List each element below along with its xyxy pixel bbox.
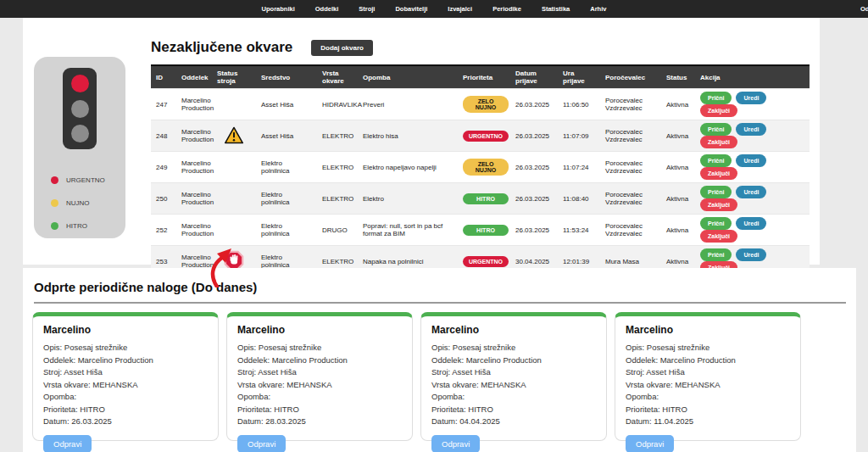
nav-item-izvajalci[interactable]: Izvajalci bbox=[448, 5, 472, 13]
priority-badge: URGENTNO bbox=[463, 131, 509, 142]
periodic-tasks-section: Odprte periodične naloge (Do danes) Marc… bbox=[23, 268, 856, 452]
edit-button[interactable]: Uredi bbox=[736, 123, 766, 136]
card-line-opis: Opis: Posesaj strežnike bbox=[626, 342, 790, 354]
section-title: Odprte periodične naloge (Do danes) bbox=[34, 280, 856, 294]
fault-sredstvo: Elektro polnilnica bbox=[256, 183, 317, 215]
edit-button[interactable]: Uredi bbox=[736, 154, 766, 167]
fault-actions: PričniUrediZaključi bbox=[695, 215, 810, 246]
nav-item-stroji[interactable]: Stroji bbox=[359, 5, 375, 13]
nav-item-odjava[interactable]: Odjava bbox=[860, 5, 868, 13]
col-status: Status bbox=[661, 65, 695, 89]
card-line-opomba: Opomba: bbox=[626, 391, 790, 404]
red-lamp-icon bbox=[71, 75, 89, 92]
card-line-opomba: Opomba: bbox=[43, 391, 208, 404]
priority-badge: URGENTNO bbox=[463, 256, 509, 267]
priority-legend-panel: URGENTNO NUJNO HITRO bbox=[34, 57, 125, 238]
fault-opomba: Elektro bbox=[358, 183, 458, 215]
card-line-stroj: Stroj: Asset Hiša bbox=[237, 366, 402, 379]
warning-icon bbox=[224, 126, 244, 144]
resolve-button[interactable]: Odpravi bbox=[626, 435, 674, 452]
nav-item-oddelki[interactable]: Oddelki bbox=[315, 5, 339, 13]
table-row: 247 Marcelino Production Asset Hiša HIDR… bbox=[151, 89, 810, 120]
priority-badge: ZELO NUJNO bbox=[463, 96, 509, 113]
card-line-datum: Datum: 11.04.2025 bbox=[626, 416, 790, 428]
periodic-cards-row: Marcelino Opis: Posesaj strežnike Oddele… bbox=[32, 312, 856, 441]
close-button[interactable]: Zaključi bbox=[700, 136, 737, 148]
card-line-vrsta: Vrsta okvare: MEHANSKA bbox=[237, 379, 402, 392]
section-divider bbox=[34, 302, 846, 304]
fault-status-icon-cell bbox=[212, 152, 256, 183]
fault-sredstvo: Asset Hiša bbox=[256, 120, 317, 152]
col-id: ID bbox=[151, 65, 176, 89]
priority-legend: URGENTNO NUJNO HITRO bbox=[51, 176, 125, 230]
card-line-prioriteta: Prioriteta: HITRO bbox=[431, 404, 596, 416]
resolve-button[interactable]: Odpravi bbox=[237, 435, 286, 452]
col-sredstvo: Sredstvo bbox=[256, 65, 317, 89]
nav-item-arhiv[interactable]: Arhiv bbox=[590, 5, 606, 13]
top-navbar: Uporabniki Oddelki Stroji Dobavitelji Iz… bbox=[0, 0, 868, 18]
resolve-button[interactable]: Odpravi bbox=[431, 435, 480, 452]
edit-button[interactable]: Uredi bbox=[736, 92, 766, 104]
fault-actions: PričniUrediZaključi bbox=[695, 89, 810, 120]
start-button[interactable]: Prični bbox=[700, 217, 732, 230]
fault-status-icon-cell bbox=[212, 120, 256, 152]
fault-vrsta: DRUGO bbox=[317, 215, 358, 246]
card-title: Marcelino bbox=[237, 324, 402, 336]
card-line-opomba: Opomba: bbox=[431, 391, 596, 404]
fault-status-icon-cell bbox=[212, 183, 256, 215]
card-line-prioriteta: Prioriteta: HITRO bbox=[237, 404, 402, 416]
fault-datum: 26.03.2025 bbox=[510, 152, 558, 183]
card-title: Marcelino bbox=[43, 324, 208, 336]
fault-porocevalec: Porocevalec Vzdrzevalec bbox=[600, 183, 661, 215]
edit-button[interactable]: Uredi bbox=[736, 248, 766, 261]
yellow-dot-icon bbox=[51, 199, 58, 207]
start-button[interactable]: Prični bbox=[700, 154, 732, 167]
close-button[interactable]: Zaključi bbox=[700, 167, 737, 180]
legend-label: URGENTNO bbox=[66, 176, 105, 184]
nav-menu: Uporabniki Oddelki Stroji Dobavitelji Iz… bbox=[262, 5, 607, 13]
table-row: 250 Marcelino Production Elektro polniln… bbox=[151, 183, 810, 215]
card-line-prioriteta: Prioriteta: HITRO bbox=[43, 404, 208, 416]
card-line-oddelek: Oddelek: Marcelino Production bbox=[626, 354, 790, 367]
periodic-task-card: Marcelino Opis: Posesaj strežnike Oddele… bbox=[32, 312, 219, 441]
legend-label: NUJNO bbox=[66, 199, 90, 207]
legend-item-urgentno: URGENTNO bbox=[51, 176, 125, 184]
page-title: Nezaključene okvare bbox=[151, 39, 292, 56]
table-row: 252 Marcelino Production Elektro polniln… bbox=[151, 215, 810, 246]
add-fault-button[interactable]: Dodaj okvaro bbox=[311, 40, 373, 56]
nav-item-statistika[interactable]: Statistika bbox=[542, 5, 570, 13]
fault-status-icon-cell bbox=[212, 215, 256, 246]
gray-lamp-icon bbox=[71, 125, 89, 142]
card-line-vrsta: Vrsta okvare: MEHANSKA bbox=[626, 379, 790, 392]
green-dot-icon bbox=[51, 222, 58, 230]
legend-label: HITRO bbox=[66, 222, 87, 230]
close-button[interactable]: Zaključi bbox=[700, 198, 737, 211]
edit-button[interactable]: Uredi bbox=[736, 186, 766, 198]
close-button[interactable]: Zaključi bbox=[700, 104, 737, 117]
card-line-stroj: Stroj: Asset Hiša bbox=[626, 366, 790, 379]
card-line-vrsta: Vrsta okvare: MEHANSKA bbox=[43, 379, 208, 392]
start-button[interactable]: Prični bbox=[700, 92, 732, 104]
start-button[interactable]: Prični bbox=[700, 186, 732, 198]
resolve-button[interactable]: Odpravi bbox=[43, 435, 92, 452]
col-status-stroja: Status stroja bbox=[212, 65, 256, 89]
fault-opomba: Popravi: null, sort in pa bcf format za … bbox=[358, 215, 458, 246]
start-button[interactable]: Prični bbox=[700, 123, 732, 136]
fault-actions: PričniUrediZaključi bbox=[695, 183, 810, 215]
edit-button[interactable]: Uredi bbox=[736, 217, 766, 230]
nav-item-periodike[interactable]: Periodike bbox=[492, 5, 521, 13]
card-line-prioriteta: Prioriteta: HITRO bbox=[626, 404, 790, 416]
faults-table: ID Oddelek Status stroja Sredstvo Vrsta … bbox=[151, 64, 810, 278]
close-button[interactable]: Zaključi bbox=[700, 230, 737, 243]
col-akcija: Akcija bbox=[695, 65, 810, 89]
fault-vrsta: HIDRAVLIKA bbox=[317, 89, 358, 120]
table-row: 249 Marcelino Production Elektro polniln… bbox=[151, 152, 810, 183]
fault-sredstvo: Asset Hiša bbox=[256, 89, 317, 120]
fault-id: 250 bbox=[151, 183, 176, 215]
priority-badge: HITRO bbox=[463, 193, 509, 204]
col-vrsta-okvare: Vrsta okvare bbox=[317, 65, 358, 89]
nav-item-uporabniki[interactable]: Uporabniki bbox=[262, 5, 295, 13]
priority-badge: ZELO NUJNO bbox=[463, 159, 509, 176]
nav-item-dobavitelji[interactable]: Dobavitelji bbox=[395, 5, 427, 13]
start-button[interactable]: Prični bbox=[700, 248, 732, 261]
